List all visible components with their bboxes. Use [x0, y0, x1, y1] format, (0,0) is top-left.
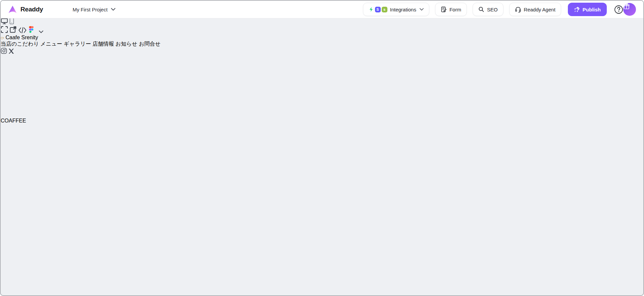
cafe-nav-shopinfo[interactable]: 店舗情報: [93, 41, 114, 47]
open-external-button[interactable]: [9, 29, 18, 34]
readdy-logo-icon: [8, 5, 17, 14]
integrations-button[interactable]: S s Integrations: [363, 3, 429, 16]
integration-icons: S s: [369, 7, 387, 12]
seo-label: SEO: [487, 7, 498, 12]
rocket-icon: [574, 6, 580, 12]
seo-button[interactable]: SEO: [473, 3, 503, 16]
figma-icon: [28, 26, 35, 33]
project-name: My First Project: [72, 7, 107, 12]
hero-window: [1, 203, 60, 291]
cafe-hero: COAFFEE: [1, 55, 643, 296]
stripe-icon: S: [375, 7, 381, 12]
desktop-view-button[interactable]: [1, 20, 9, 26]
cafe-navbar: Caafe Srenity 当店のこだわり メニュー ギャラリー 店舗情報 お知…: [1, 35, 643, 55]
cafe-nav-gallery[interactable]: ギャラリー: [64, 41, 91, 47]
form-button[interactable]: Form: [435, 3, 467, 16]
readdy-agent-button[interactable]: Readdy Agent: [509, 3, 561, 16]
hero-jar: [1, 90, 6, 103]
help-button[interactable]: [614, 5, 623, 14]
device-toggle: [1, 17, 643, 26]
question-icon: [614, 5, 623, 14]
publish-label: Publish: [583, 7, 601, 12]
figma-export-button[interactable]: [28, 29, 36, 34]
mobile-icon: [9, 17, 14, 24]
hero-shelf: [1, 55, 91, 58]
search-icon: [478, 6, 484, 12]
code-view-button[interactable]: [18, 29, 28, 34]
integrations-label: Integrations: [390, 7, 416, 12]
cafe-social-icons: [1, 48, 643, 55]
hero-jar: [1, 103, 7, 118]
chevron-down-icon: [420, 8, 424, 11]
site-preview-panel: Readdy Site: [1, 1, 643, 296]
readdy-brand[interactable]: Readdy: [8, 5, 43, 14]
site-viewport: Caafe Srenity 当店のこだわり メニュー ギャラリー 店舗情報 お知…: [1, 35, 643, 296]
hero-window: [1, 124, 63, 203]
hero-jar: [1, 61, 7, 75]
top-header: Readdy My First Project S s Integrations…: [1, 1, 643, 18]
publish-button[interactable]: Publish: [568, 3, 607, 16]
shopify-icon: s: [382, 7, 387, 12]
cafe-nav-news[interactable]: お知らせ: [115, 41, 137, 47]
form-label: Form: [449, 7, 461, 12]
hero-menu-board: COAFFEE: [1, 118, 643, 124]
cafe-nav-kodawari[interactable]: 当店のこだわり: [1, 41, 39, 47]
hero-window: [1, 291, 32, 296]
brand-name: Readdy: [20, 6, 43, 13]
mobile-view-button[interactable]: [9, 20, 14, 26]
cafe-nav-contact[interactable]: お問合せ: [139, 41, 161, 47]
agent-label: Readdy Agent: [524, 7, 555, 12]
cafe-nav-menu[interactable]: メニュー: [40, 41, 62, 47]
hero-jar: [1, 75, 7, 90]
coffee-cup-icon: [1, 37, 4, 39]
instagram-icon[interactable]: [1, 48, 7, 54]
headset-icon: [515, 6, 521, 13]
x-twitter-icon[interactable]: [8, 48, 14, 54]
hero-photo: COAFFEE: [1, 55, 643, 296]
fullscreen-button[interactable]: [1, 29, 9, 34]
cafe-nav-links: 当店のこだわり メニュー ギャラリー 店舗情報 お知らせ お問合せ: [1, 41, 643, 48]
cafe-logo[interactable]: Caafe Srenity: [1, 35, 643, 41]
zap-icon: [369, 7, 374, 12]
app-window: Readdy My First Project S s Integrations…: [0, 0, 644, 296]
cafe-logo-text: Caafe Srenity: [5, 35, 38, 40]
preview-menu-chevron[interactable]: [39, 29, 43, 34]
form-icon: [441, 6, 447, 12]
project-selector[interactable]: My First Project: [72, 7, 115, 12]
chevron-down-icon: [111, 8, 115, 11]
hero-shelf: [1, 58, 101, 61]
gift-icon: [623, 3, 630, 10]
gift-avatar-button[interactable]: [623, 3, 636, 16]
desktop-icon: [1, 18, 8, 24]
